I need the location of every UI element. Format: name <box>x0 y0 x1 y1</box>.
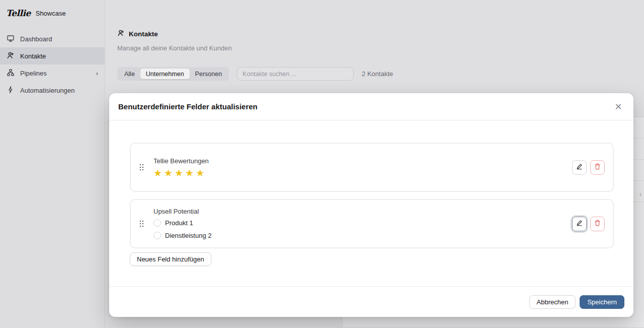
star-rating[interactable]: ★★★★★ <box>153 168 209 178</box>
custom-fields-modal: Benutzerdefinierte Felder aktualisieren … <box>109 93 633 317</box>
field-content: Upsell Potential Produkt 1 Dienstleistun… <box>153 208 212 240</box>
field-name: Tellie Bewertungen <box>153 157 209 165</box>
field-actions <box>572 160 605 175</box>
radio-icon[interactable] <box>153 219 161 227</box>
edit-field-button[interactable] <box>572 217 587 231</box>
delete-field-button[interactable] <box>590 217 605 231</box>
pencil-icon <box>576 163 583 172</box>
custom-field-card-rating: Tellie Bewertungen ★★★★★ <box>130 143 614 192</box>
edit-field-button[interactable] <box>572 160 587 175</box>
add-field-button[interactable]: Neues Feld hinzufügen <box>130 252 211 266</box>
trash-icon <box>594 163 601 172</box>
custom-field-card-radio: Upsell Potential Produkt 1 Dienstleistun… <box>130 199 614 248</box>
drag-handle-icon[interactable] <box>139 163 144 171</box>
radio-option-label: Dienstleistung 2 <box>165 232 212 239</box>
close-icon[interactable]: ✕ <box>611 100 625 114</box>
trash-icon <box>594 219 601 228</box>
field-content: Tellie Bewertungen ★★★★★ <box>153 157 209 178</box>
field-actions <box>572 217 605 231</box>
pencil-icon <box>576 219 583 228</box>
delete-field-button[interactable] <box>590 160 605 175</box>
modal-footer: Abbrechen Speichern <box>109 286 633 317</box>
radio-option[interactable]: Dienstleistung 2 <box>153 231 212 240</box>
radio-option[interactable]: Produkt 1 <box>153 219 212 228</box>
modal-title: Benutzerdefinierte Felder aktualisieren <box>118 102 258 111</box>
modal-body: Tellie Bewertungen ★★★★★ <box>109 120 633 286</box>
save-button[interactable]: Speichern <box>580 295 624 309</box>
field-name: Upsell Potential <box>153 208 212 215</box>
cancel-button[interactable]: Abbrechen <box>529 295 576 309</box>
radio-option-label: Produkt 1 <box>165 219 193 227</box>
app-page: Tellie Showcase Dashboard Kontakte <box>0 0 644 328</box>
radio-icon[interactable] <box>153 232 161 239</box>
modal-header: Benutzerdefinierte Felder aktualisieren … <box>109 93 633 120</box>
drag-handle-icon[interactable] <box>139 220 144 228</box>
